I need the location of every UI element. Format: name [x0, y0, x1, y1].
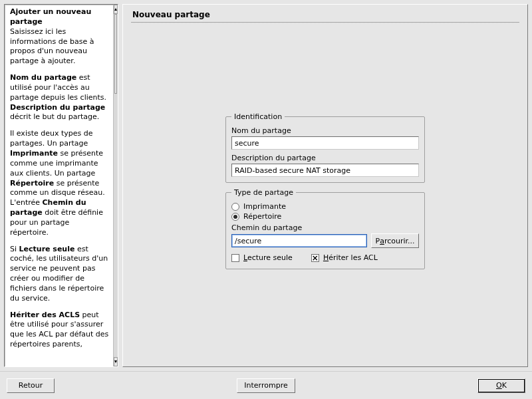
back-button[interactable]: Retour: [7, 378, 55, 393]
readonly-checkbox[interactable]: Lecture seule: [231, 253, 293, 262]
help-p1: Saisissez ici les informations de base à…: [10, 27, 94, 66]
wizard-button-bar: Retour Interrompre OK: [0, 371, 532, 399]
share-path-input[interactable]: [231, 234, 367, 247]
main-panel: Nouveau partage Identification Nom du pa…: [122, 4, 528, 367]
help-bold-inherit: Hériter des ACLS: [10, 311, 80, 319]
radio-directory-label: Répertoire: [243, 212, 281, 221]
inherit-label: Hériter les ACL: [323, 253, 378, 262]
help-bold-share-name: Nom du partage: [10, 73, 76, 82]
share-name-input[interactable]: [231, 136, 419, 150]
page-title: Nouveau partage: [131, 9, 519, 22]
radio-directory-indicator: [231, 213, 239, 221]
readonly-check-indicator: [231, 254, 239, 262]
readonly-label: Lecture seule: [243, 253, 293, 262]
help-panel: Ajouter un nouveau partage Saisissez ici…: [4, 4, 118, 367]
inherit-check-indicator: [311, 254, 319, 262]
help-bold-share-desc: Description du partage: [10, 103, 105, 112]
abort-button[interactable]: Interrompre: [237, 378, 295, 393]
help-title: Ajouter un nouveau partage: [10, 7, 91, 26]
scroll-down-button[interactable]: ▾: [114, 357, 118, 366]
browse-button[interactable]: Parcourir...: [371, 233, 419, 248]
share-type-group: Type de partage Imprimante Répertoire Ch…: [225, 188, 425, 269]
radio-directory[interactable]: Répertoire: [231, 212, 419, 221]
inherit-acl-checkbox[interactable]: Hériter les ACL: [311, 253, 378, 262]
share-path-label: Chemin du partage: [231, 223, 419, 232]
title-separator: [131, 22, 519, 23]
help-text: Ajouter un nouveau partage Saisissez ici…: [5, 5, 113, 366]
scroll-up-button[interactable]: ▴: [114, 5, 118, 14]
radio-printer-label: Imprimante: [243, 202, 286, 211]
scroll-thumb[interactable]: [114, 14, 117, 94]
help-bold-printer: Imprimante: [10, 149, 58, 158]
radio-printer[interactable]: Imprimante: [231, 202, 419, 211]
radio-printer-indicator: [231, 203, 239, 211]
identification-group: Identification Nom du partage Descriptio…: [225, 112, 425, 183]
help-bold-directory: Répertoire: [10, 179, 54, 188]
help-bold-readonly: Lecture seule: [19, 245, 75, 253]
share-name-label: Nom du partage: [231, 126, 419, 135]
help-scrollbar[interactable]: ▴ ▾: [113, 5, 118, 366]
identification-legend: Identification: [231, 112, 285, 121]
share-desc-label: Description du partage: [231, 154, 419, 162]
scroll-track[interactable]: [114, 14, 118, 357]
share-type-legend: Type de partage: [231, 188, 296, 197]
ok-button[interactable]: OK: [477, 378, 525, 393]
share-desc-input[interactable]: [231, 164, 419, 177]
